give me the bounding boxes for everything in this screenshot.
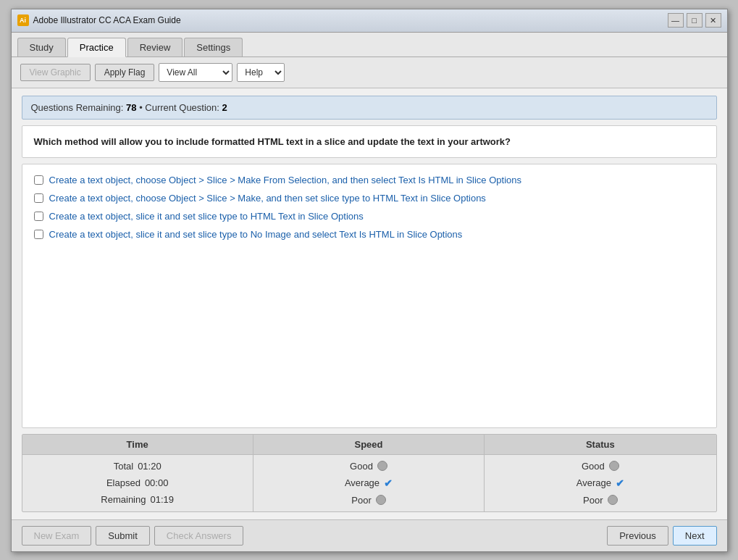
- stats-speed-col: Good Average ✔ Poor: [253, 455, 485, 511]
- speed-poor-indicator: [376, 495, 386, 505]
- time-elapsed: Elapsed 00:00: [106, 477, 169, 488]
- status-good-indicator: [609, 461, 619, 471]
- tab-bar: Study Practice Review Settings: [12, 33, 727, 57]
- info-bar: Questions Remaining: 78 • Current Questi…: [22, 96, 717, 120]
- view-graphic-button[interactable]: View Graphic: [20, 64, 91, 81]
- speed-average: Average ✔: [345, 477, 393, 489]
- status-good: Good: [582, 461, 619, 472]
- tab-settings[interactable]: Settings: [184, 38, 243, 57]
- current-label: Current Question:: [145, 102, 219, 113]
- answer-text-d: Create a text object, slice it and set s…: [49, 229, 463, 240]
- answer-checkbox-d[interactable]: [34, 230, 43, 239]
- stats-header-status: Status: [485, 435, 716, 454]
- check-answers-button[interactable]: Check Answers: [154, 526, 244, 546]
- minimize-button[interactable]: —: [668, 13, 684, 28]
- app-icon: Ai: [17, 14, 29, 26]
- stats-time-col: Total 01:20 Elapsed 00:00 Remaining 01:1…: [22, 455, 253, 511]
- title-bar: Ai Adobe Illustrator CC ACA Exam Guide —…: [12, 9, 727, 33]
- submit-button[interactable]: Submit: [96, 526, 149, 546]
- window-controls: — □ ✕: [668, 13, 721, 28]
- status-poor-indicator: [608, 495, 618, 505]
- next-button[interactable]: Next: [673, 526, 717, 546]
- view-all-select[interactable]: View All Flagged Unanswered: [159, 63, 232, 82]
- speed-average-indicator: ✔: [384, 477, 393, 489]
- answer-checkbox-a[interactable]: [34, 175, 43, 185]
- time-remaining: Remaining 01:19: [101, 494, 174, 505]
- speed-good: Good: [350, 461, 387, 472]
- help-select[interactable]: Help About: [237, 63, 285, 82]
- speed-good-indicator: [377, 461, 387, 471]
- separator: •: [139, 102, 143, 113]
- answer-text-c: Create a text object, slice it and set s…: [49, 211, 364, 222]
- tab-practice[interactable]: Practice: [67, 38, 126, 57]
- time-total: Total 01:20: [114, 461, 162, 472]
- close-button[interactable]: ✕: [705, 13, 721, 28]
- bottom-bar: New Exam Submit Check Answers Previous N…: [12, 519, 727, 551]
- speed-poor: Poor: [351, 495, 385, 506]
- stats-header-time: Time: [22, 435, 253, 454]
- status-average-indicator: ✔: [616, 477, 624, 489]
- stats-rows: Total 01:20 Elapsed 00:00 Remaining 01:1…: [22, 455, 716, 511]
- remaining-label: Questions Remaining:: [31, 102, 124, 113]
- tab-study[interactable]: Study: [17, 38, 66, 57]
- question-text: Which method will allow you to include f…: [22, 125, 717, 158]
- answer-checkbox-c[interactable]: [34, 212, 43, 221]
- stats-header: Time Speed Status: [22, 435, 716, 455]
- stats-header-speed: Speed: [253, 435, 485, 454]
- apply-flag-button[interactable]: Apply Flag: [95, 64, 155, 81]
- answer-text-b: Create a text object, choose Object > Sl…: [49, 193, 486, 204]
- status-average: Average ✔: [576, 477, 624, 489]
- tab-review[interactable]: Review: [127, 38, 183, 57]
- content-area: Questions Remaining: 78 • Current Questi…: [12, 88, 727, 519]
- toolbar: View Graphic Apply Flag View All Flagged…: [12, 57, 727, 88]
- answer-option-d[interactable]: Create a text object, slice it and set s…: [34, 229, 705, 240]
- answer-option-a[interactable]: Create a text object, choose Object > Sl…: [34, 175, 705, 185]
- previous-button[interactable]: Previous: [607, 526, 668, 546]
- main-window: Ai Adobe Illustrator CC ACA Exam Guide —…: [11, 9, 728, 552]
- window-title: Adobe Illustrator CC ACA Exam Guide: [33, 15, 668, 25]
- restore-button[interactable]: □: [687, 13, 703, 28]
- remaining-count: 78: [126, 102, 136, 113]
- answer-option-c[interactable]: Create a text object, slice it and set s…: [34, 211, 705, 222]
- stats-table: Time Speed Status Total 01:20 Elapsed 00…: [22, 434, 717, 512]
- answer-text-a: Create a text object, choose Object > Sl…: [49, 175, 521, 185]
- answer-checkbox-b[interactable]: [34, 193, 43, 203]
- answers-box: Create a text object, choose Object > Sl…: [22, 164, 717, 428]
- answer-option-b[interactable]: Create a text object, choose Object > Sl…: [34, 193, 705, 204]
- stats-status-col: Good Average ✔ Poor: [485, 455, 716, 511]
- status-poor: Poor: [583, 495, 617, 506]
- current-number: 2: [222, 102, 227, 113]
- new-exam-button[interactable]: New Exam: [22, 526, 92, 546]
